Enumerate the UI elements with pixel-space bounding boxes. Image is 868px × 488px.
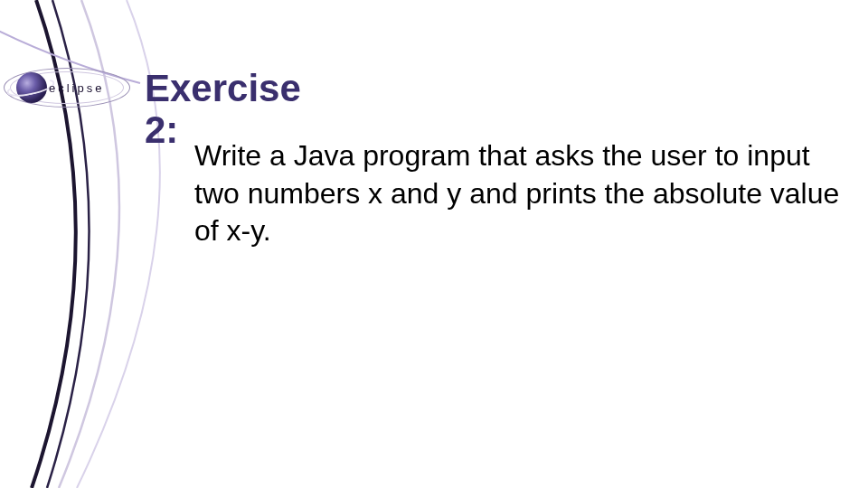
eclipse-logo: eclipse xyxy=(4,65,130,110)
slide: eclipse Exercise 2: Write a Java program… xyxy=(0,0,868,488)
slide-body-text: Write a Java program that asks the user … xyxy=(194,137,841,250)
title-line-1: Exercise xyxy=(145,68,301,109)
logo-text: eclipse xyxy=(49,81,104,95)
